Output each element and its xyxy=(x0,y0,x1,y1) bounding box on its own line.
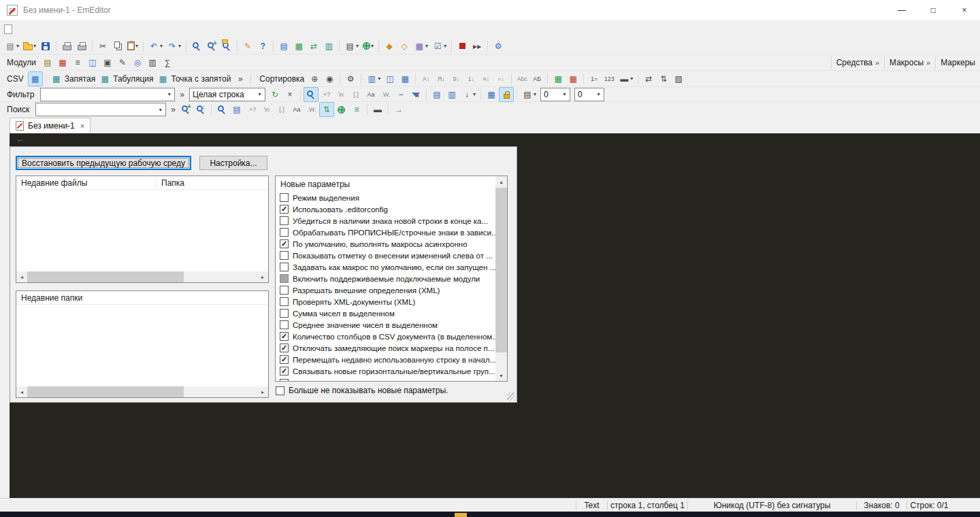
filter-table-button[interactable]: ▦ xyxy=(484,87,499,102)
scroll-right-icon[interactable]: ▸ xyxy=(257,386,268,397)
chevron-down-icon[interactable] xyxy=(255,88,265,101)
option-checkbox[interactable] xyxy=(280,216,289,225)
refresh-filter-button[interactable]: ↻ xyxy=(267,87,282,102)
search-web-button[interactable] xyxy=(334,102,349,117)
sort-selection-button[interactable]: =↓ xyxy=(493,71,508,86)
chevron-down-icon[interactable] xyxy=(593,88,604,101)
tools-toolbar[interactable]: Средства» xyxy=(831,56,884,69)
print-button[interactable] xyxy=(59,39,74,54)
menu-item-search[interactable] xyxy=(42,20,54,38)
new-option-row[interactable]: Перемещать недавно использованную строку… xyxy=(276,354,495,365)
option-checkbox[interactable] xyxy=(280,274,289,283)
new-document-button[interactable]: ▤▾ xyxy=(3,39,21,54)
vertical-scrollbar[interactable]: ▴ ▾ xyxy=(495,176,507,381)
status-encoding[interactable]: Юникод (UTF-8) без сигнатуры xyxy=(687,501,856,510)
escape-filter-button[interactable]: \n xyxy=(333,87,348,102)
new-option-row[interactable]: Проверять XML-документы (XML) xyxy=(276,296,495,307)
option-checkbox[interactable] xyxy=(280,332,289,341)
option-checkbox[interactable] xyxy=(280,379,289,382)
option-checkbox[interactable] xyxy=(280,239,289,248)
scroll-down-icon[interactable]: ▾ xyxy=(495,370,507,381)
move-column-button[interactable]: ⇄ xyxy=(641,71,656,86)
option-checkbox[interactable] xyxy=(280,263,289,271)
case-convert-button[interactable]: АБ xyxy=(529,71,544,86)
csv-options-button[interactable]: ⚙ xyxy=(343,71,358,86)
table-view-button[interactable]: ▥ xyxy=(321,39,336,54)
new-option-row[interactable]: Среднее значение чисел в выделенном xyxy=(276,319,495,331)
undo-button[interactable]: ↶▾ xyxy=(146,39,165,54)
regex-search-button[interactable]: .+? xyxy=(244,102,259,117)
checkbox[interactable] xyxy=(276,386,284,395)
insert-column-button[interactable]: ▦ xyxy=(551,71,566,86)
unpivot-button[interactable]: ▧ xyxy=(671,71,686,86)
clear-filter-button[interactable]: × xyxy=(282,87,297,102)
whole-word-search-button[interactable]: .W. xyxy=(304,102,319,117)
ruler-button[interactable]: ▬▾ xyxy=(617,71,635,86)
webpreview-plugin-icon[interactable]: ◎ xyxy=(130,55,145,70)
close-button[interactable]: × xyxy=(949,0,980,20)
html-toolbar-button[interactable]: ▦▾ xyxy=(412,39,430,54)
filter-frozen-count-select[interactable]: 0 xyxy=(574,88,604,101)
record-macro-button[interactable] xyxy=(455,39,470,54)
new-option-row[interactable]: Отключать замедляющие поиск маркеры на п… xyxy=(276,342,495,354)
settings-button[interactable]: Настройка... xyxy=(199,156,267,170)
htmlbar-plugin-icon[interactable]: ▦ xyxy=(55,55,70,70)
transpose-button[interactable]: ⇅ xyxy=(656,71,671,86)
match-case-filter-button[interactable]: Аа xyxy=(363,87,378,102)
taskbar-folder-icon[interactable] xyxy=(455,513,467,517)
new-option-row[interactable]: Сумма чисел в выделенном xyxy=(276,307,495,319)
new-option-row[interactable]: Разрешать внешние определения (XML) xyxy=(276,284,495,296)
find-next-button[interactable] xyxy=(178,102,193,117)
status-mode[interactable]: Text xyxy=(576,501,607,510)
chevron-down-icon[interactable] xyxy=(559,88,570,101)
filter-combobox[interactable] xyxy=(40,88,175,101)
back-arrow-icon[interactable]: ← xyxy=(16,134,24,144)
windows-taskbar[interactable] xyxy=(0,512,980,517)
option-checkbox[interactable] xyxy=(280,286,289,295)
sort-length-button[interactable]: ≡↓ xyxy=(478,71,493,86)
wordcomplete-plugin-icon[interactable]: ▥ xyxy=(145,55,160,70)
chevron-down-icon[interactable] xyxy=(155,103,165,116)
outline-button[interactable]: ▤▾ xyxy=(342,39,361,54)
wrap-marks-button[interactable]: ▤ xyxy=(276,39,291,54)
option-checkbox[interactable] xyxy=(280,344,289,352)
recent-files-list[interactable]: Недавние файлы Папка ◂ ▸ xyxy=(16,176,269,283)
csv-tab-mode-button[interactable]: ▦Табуляция xyxy=(97,71,155,86)
menu-item-help[interactable] xyxy=(116,20,128,38)
csv-overflow-chevron[interactable]: » xyxy=(233,71,248,86)
projects-plugin-icon[interactable]: ◫ xyxy=(85,55,100,70)
macros-toolbar[interactable]: Макросы» xyxy=(884,56,935,69)
menu-item-compare[interactable] xyxy=(67,20,79,38)
sync-scroll-button[interactable]: ⇄ xyxy=(306,39,321,54)
new-option-row[interactable]: Задавать как макрос по умолчанию, если о… xyxy=(276,261,495,273)
status-caret-position[interactable]: строка 1, столбец 1 xyxy=(607,501,687,510)
option-checkbox[interactable] xyxy=(280,193,289,202)
menu-item-macros[interactable] xyxy=(79,20,91,38)
scroll-up-icon[interactable]: ▴ xyxy=(495,176,507,187)
highlight-button[interactable]: ✎ xyxy=(240,39,255,54)
option-checkbox[interactable] xyxy=(280,251,289,260)
validate-button[interactable]: ☑▾ xyxy=(430,39,448,54)
menu-item-tools[interactable] xyxy=(91,20,103,38)
wizard-button[interactable]: ◆ xyxy=(382,39,397,54)
new-options-list[interactable]: Новые параметры Режим выделенияИспользов… xyxy=(275,176,508,382)
sort-num-ascending-button[interactable]: 9↓ xyxy=(448,71,463,86)
outline-plugin-icon[interactable]: ≡ xyxy=(70,55,85,70)
customize-button[interactable]: ⚙ xyxy=(491,39,506,54)
extract-lines-button[interactable]: ▤ xyxy=(229,102,244,117)
find-in-files-button[interactable] xyxy=(219,39,234,54)
horizontal-scrollbar[interactable]: ◂ ▸ xyxy=(16,386,268,397)
recent-folders-list[interactable]: Недавние папки ◂ ▸ xyxy=(16,290,269,398)
scrollbar-thumb[interactable] xyxy=(27,271,184,282)
menu-item-view[interactable] xyxy=(54,20,67,38)
extract-bookmark-button[interactable]: ▥ xyxy=(444,87,459,102)
replace-button[interactable] xyxy=(204,39,219,54)
negative-filter-button[interactable]: − xyxy=(393,87,408,102)
filter-levels-button[interactable]: ▤▾ xyxy=(520,87,538,102)
option-checkbox[interactable] xyxy=(280,320,289,329)
search-combobox[interactable] xyxy=(35,103,166,116)
option-checkbox[interactable] xyxy=(280,228,289,237)
markers-toolbar[interactable]: Маркеры xyxy=(935,56,980,69)
goto-button[interactable]: → xyxy=(391,102,406,117)
find-button[interactable] xyxy=(189,39,204,54)
